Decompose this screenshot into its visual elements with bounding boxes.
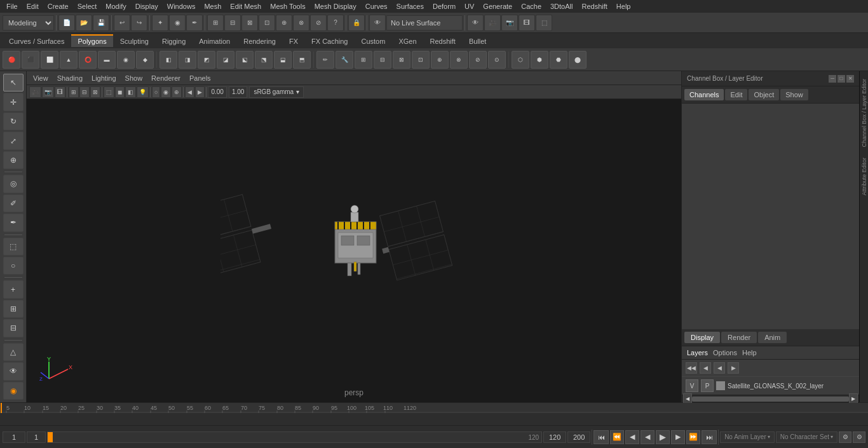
lasso-select[interactable]: ○ <box>3 257 24 275</box>
vpm-panels[interactable]: Panels <box>186 73 215 83</box>
vp-tool3[interactable]: 🎞 <box>55 86 65 98</box>
scroll-thumb[interactable] <box>692 397 849 402</box>
menu-mesh[interactable]: Mesh <box>200 1 225 11</box>
panel-minimize[interactable]: ─ <box>829 75 836 83</box>
menu-help[interactable]: Help <box>613 1 635 11</box>
shelf-icon9[interactable]: ◧ <box>159 51 177 69</box>
undo-button[interactable]: ↩ <box>114 15 130 31</box>
redo-button[interactable]: ↪ <box>131 15 147 31</box>
shelf-icon14[interactable]: ⬔ <box>255 51 273 69</box>
vp-tool1[interactable]: 🎥 <box>29 86 41 98</box>
menu-redshift[interactable]: Redshift <box>578 1 611 11</box>
soft-mod-button[interactable]: 🔒 <box>348 15 365 31</box>
vp-tool14[interactable]: ◀ <box>185 86 194 98</box>
mode-selector[interactable]: Modeling Rigging Animation FX Rendering <box>3 15 54 31</box>
vp-smooth[interactable]: ○ <box>152 86 160 98</box>
dst-help[interactable]: Help <box>742 349 757 356</box>
layer-btn2[interactable]: ◀ <box>700 362 711 374</box>
universal-tool[interactable]: ⊕ <box>3 151 24 169</box>
tab-xgen[interactable]: XGen <box>392 35 423 47</box>
snap-surface-button[interactable]: ⊡ <box>259 15 275 31</box>
render-btn[interactable]: ◉ <box>3 382 24 400</box>
range-start-input[interactable] <box>27 431 46 443</box>
shelf-icon26[interactable]: ⊙ <box>488 51 506 69</box>
snap-button3[interactable]: ⊟ <box>3 319 24 337</box>
shelf-disk[interactable]: ◉ <box>117 51 135 69</box>
vpm-renderer[interactable]: Renderer <box>147 73 184 83</box>
prev-frame-btn[interactable]: ◀ <box>625 430 639 444</box>
menu-modify[interactable]: Modify <box>102 1 130 11</box>
shelf-icon18[interactable]: 🔧 <box>336 51 353 69</box>
channel-tab-edit[interactable]: Edit <box>725 89 747 100</box>
tab-fx[interactable]: FX <box>283 35 304 47</box>
snap-grid-button[interactable]: ⊞ <box>207 15 224 31</box>
channel-tab-show[interactable]: Show <box>780 89 808 100</box>
vp-tool15[interactable]: ▶ <box>195 86 205 98</box>
shelf-icon13[interactable]: ⬕ <box>236 51 254 69</box>
shelf-icon24[interactable]: ⊗ <box>450 51 468 69</box>
paint-tool[interactable]: ✐ <box>3 194 24 212</box>
new-scene-button[interactable]: 📄 <box>58 15 75 31</box>
edge-tab-attr-editor[interactable]: Attribute Editor <box>860 153 869 201</box>
dt-anim[interactable]: Anim <box>758 332 787 343</box>
save-scene-button[interactable]: 💾 <box>93 15 109 31</box>
scale-tool[interactable]: ⤢ <box>3 132 24 149</box>
play-fwd-btn[interactable]: ▶ <box>656 430 670 444</box>
vp-shaded[interactable]: ◼ <box>115 86 125 98</box>
shelf-icon22[interactable]: ⊡ <box>412 51 430 69</box>
vpm-lighting[interactable]: Lighting <box>88 73 120 83</box>
tab-rigging[interactable]: Rigging <box>156 35 192 47</box>
dst-layers[interactable]: Layers <box>687 349 708 356</box>
panel-float[interactable]: □ <box>837 75 845 83</box>
shelf-sphere[interactable]: 🔴 <box>3 51 20 69</box>
shelf-icon23[interactable]: ⊕ <box>431 51 449 69</box>
vp-tool2[interactable]: 📷 <box>42 86 54 98</box>
channel-tab-channels[interactable]: Channels <box>684 89 724 100</box>
shelf-icon10[interactable]: ◨ <box>179 51 196 69</box>
menu-display[interactable]: Display <box>132 1 162 11</box>
dt-render[interactable]: Render <box>721 332 757 343</box>
menu-edit[interactable]: Edit <box>23 1 43 11</box>
snap-center-button[interactable]: ⊗ <box>293 15 309 31</box>
vp-lights[interactable]: 💡 <box>137 86 149 98</box>
range-end-input[interactable] <box>543 431 566 443</box>
menu-deform[interactable]: Deform <box>429 1 459 11</box>
vp-tool5[interactable]: ⊟ <box>79 86 90 98</box>
shelf-icon25[interactable]: ⊘ <box>469 51 487 69</box>
menu-curves[interactable]: Curves <box>362 1 391 11</box>
menu-uv[interactable]: UV <box>461 1 478 11</box>
menu-3dtall[interactable]: 3DtoAll <box>546 1 576 11</box>
select-tool[interactable]: ↖ <box>3 74 24 92</box>
cam-button2[interactable]: 🎥 <box>484 15 501 31</box>
vp-tool6[interactable]: ⊠ <box>90 86 100 98</box>
anim-layer-selector[interactable]: No Anim Layer ▾ <box>720 431 775 443</box>
dt-display[interactable]: Display <box>684 332 720 343</box>
open-scene-button[interactable]: 📂 <box>76 15 92 31</box>
menu-mesh-tools[interactable]: Mesh Tools <box>266 1 309 11</box>
goto-start-btn[interactable]: ⏮ <box>593 430 609 444</box>
shelf-icon12[interactable]: ◪ <box>217 51 234 69</box>
dst-options[interactable]: Options <box>713 349 737 356</box>
shelf-icon27[interactable]: ⬡ <box>512 51 529 69</box>
snap-button2[interactable]: ⊞ <box>3 300 24 318</box>
vp-tool13[interactable]: ⊕ <box>172 86 182 98</box>
shelf-icon28[interactable]: ⬢ <box>531 51 548 69</box>
shelf-icon19[interactable]: ⊞ <box>355 51 372 69</box>
cam-button5[interactable]: ⬚ <box>536 15 552 31</box>
shelf-icon15[interactable]: ⬓ <box>274 51 292 69</box>
tab-curves-surfaces[interactable]: Curves / Surfaces <box>3 35 71 47</box>
menu-mesh-display[interactable]: Mesh Display <box>311 1 360 11</box>
timeline-scrubbar[interactable]: 120 <box>47 431 542 443</box>
step-back-btn[interactable]: ⏪ <box>610 430 624 444</box>
anim-prefs-btn[interactable]: ⚙ <box>839 431 851 443</box>
menu-edit-mesh[interactable]: Edit Mesh <box>226 1 265 11</box>
tab-redshift[interactable]: Redshift <box>424 35 462 47</box>
layer-btn4[interactable]: ▶ <box>728 362 739 374</box>
snap-button1[interactable]: + <box>3 280 24 298</box>
vp-textured[interactable]: ◧ <box>125 86 136 98</box>
tab-sculpting[interactable]: Sculpting <box>114 35 155 47</box>
next-frame-btn[interactable]: ▶ <box>671 430 685 444</box>
tab-fx-caching[interactable]: FX Caching <box>305 35 354 47</box>
select-tool-button[interactable]: ✦ <box>152 15 168 31</box>
question-button[interactable]: ? <box>327 15 344 31</box>
